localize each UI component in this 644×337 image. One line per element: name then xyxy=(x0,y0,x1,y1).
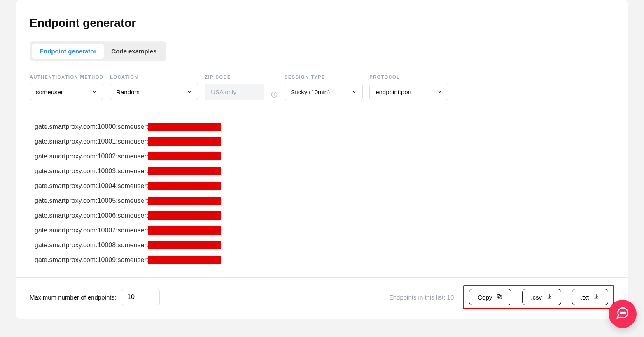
location-group: LOCATION Random xyxy=(110,74,198,100)
zip-group: ZIP CODE USA only xyxy=(205,74,264,100)
auth-value: someuser xyxy=(36,88,63,95)
location-value: Random xyxy=(116,88,140,95)
txt-button[interactable]: .txt xyxy=(572,289,608,305)
redaction-bar xyxy=(148,167,221,175)
session-select[interactable]: Sticky (10min) xyxy=(285,84,363,100)
chevron-down-icon xyxy=(187,88,192,95)
session-label: SESSION TYPE xyxy=(285,74,363,79)
tab-bar: Endpoint generator Code examples xyxy=(30,41,166,61)
controls-row: AUTHENTICATION METHOD someuser LOCATION … xyxy=(16,74,628,110)
redaction-bar xyxy=(148,137,221,146)
svg-point-5 xyxy=(620,312,621,314)
redaction-bar xyxy=(148,197,221,205)
tab-endpoint-generator[interactable]: Endpoint generator xyxy=(32,44,104,59)
endpoint-row: gate.smartproxy.com:10009:someuser: xyxy=(35,253,614,267)
endpoint-text: gate.smartproxy.com:10009:someuser: xyxy=(35,256,148,264)
endpoint-row: gate.smartproxy.com:10005:someuser: xyxy=(35,193,614,208)
redaction-bar xyxy=(148,182,221,190)
chat-icon xyxy=(616,306,630,322)
endpoint-row: gate.smartproxy.com:10000:someuser: xyxy=(35,119,614,134)
protocol-value: endpoint:port xyxy=(376,88,412,95)
csv-button[interactable]: .csv xyxy=(522,289,561,305)
session-group: SESSION TYPE Sticky (10min) xyxy=(285,74,363,100)
auth-label: AUTHENTICATION METHOD xyxy=(30,74,103,79)
info-icon[interactable] xyxy=(271,91,278,98)
auth-group: AUTHENTICATION METHOD someuser xyxy=(30,74,103,100)
chat-widget[interactable] xyxy=(609,300,637,328)
endpoint-text: gate.smartproxy.com:10006:someuser: xyxy=(35,212,148,219)
session-value: Sticky (10min) xyxy=(291,88,330,95)
svg-point-2 xyxy=(274,93,275,93)
endpoint-row: gate.smartproxy.com:10007:someuser: xyxy=(35,223,614,238)
redaction-bar xyxy=(148,241,221,249)
protocol-select[interactable]: endpoint:port xyxy=(369,84,448,100)
chevron-down-icon xyxy=(352,88,357,95)
download-icon xyxy=(546,293,553,301)
endpoint-text: gate.smartproxy.com:10008:someuser: xyxy=(35,242,148,249)
endpoint-row: gate.smartproxy.com:10001:someuser: xyxy=(35,134,614,149)
auth-select[interactable]: someuser xyxy=(30,84,103,100)
footer: Maximum number of endpoints: Endpoints i… xyxy=(16,277,628,309)
location-select[interactable]: Random xyxy=(110,84,198,100)
endpoint-text: gate.smartproxy.com:10005:someuser: xyxy=(35,197,148,205)
chevron-down-icon xyxy=(437,88,442,95)
endpoint-row: gate.smartproxy.com:10002:someuser: xyxy=(35,149,614,164)
download-icon xyxy=(593,293,600,301)
page-title: Endpoint generator xyxy=(16,16,628,41)
copy-icon xyxy=(496,293,503,301)
endpoint-row: gate.smartproxy.com:10003:someuser: xyxy=(35,164,614,179)
endpoint-row: gate.smartproxy.com:10004:someuser: xyxy=(35,179,614,193)
max-endpoints-label: Maximum number of endpoints: xyxy=(30,294,116,301)
protocol-label: PROTOCOL xyxy=(369,74,448,79)
endpoint-text: gate.smartproxy.com:10007:someuser: xyxy=(35,227,148,234)
endpoint-row: gate.smartproxy.com:10008:someuser: xyxy=(35,238,614,253)
redaction-bar xyxy=(148,226,221,235)
redaction-bar xyxy=(148,211,221,220)
redaction-bar xyxy=(148,256,221,264)
endpoint-text: gate.smartproxy.com:10001:someuser: xyxy=(35,138,148,145)
redaction-bar xyxy=(148,152,221,160)
protocol-group: PROTOCOL endpoint:port xyxy=(369,74,448,100)
redaction-bar xyxy=(148,123,221,131)
endpoint-text: gate.smartproxy.com:10004:someuser: xyxy=(35,182,148,190)
svg-point-7 xyxy=(624,312,625,314)
zip-placeholder: USA only xyxy=(211,88,236,95)
endpoint-list: gate.smartproxy.com:10000:someuser:gate.… xyxy=(16,110,628,277)
location-label: LOCATION xyxy=(110,74,198,79)
export-group: Copy .csv .txt xyxy=(463,285,614,309)
zip-label: ZIP CODE xyxy=(205,74,264,79)
endpoints-count: Endpoints in this list: 10 xyxy=(389,294,454,301)
endpoint-text: gate.smartproxy.com:10003:someuser: xyxy=(35,167,148,175)
tab-code-examples[interactable]: Code examples xyxy=(104,44,164,59)
endpoint-text: gate.smartproxy.com:10002:someuser: xyxy=(35,153,148,160)
max-endpoints-input[interactable] xyxy=(121,289,160,305)
chevron-down-icon xyxy=(92,88,97,95)
endpoint-text: gate.smartproxy.com:10000:someuser: xyxy=(35,123,148,130)
endpoint-generator-card: Endpoint generator Endpoint generator Co… xyxy=(16,0,628,319)
zip-input: USA only xyxy=(205,84,264,100)
endpoint-row: gate.smartproxy.com:10006:someuser: xyxy=(35,208,614,223)
svg-point-6 xyxy=(622,312,623,314)
copy-button[interactable]: Copy xyxy=(469,289,511,305)
